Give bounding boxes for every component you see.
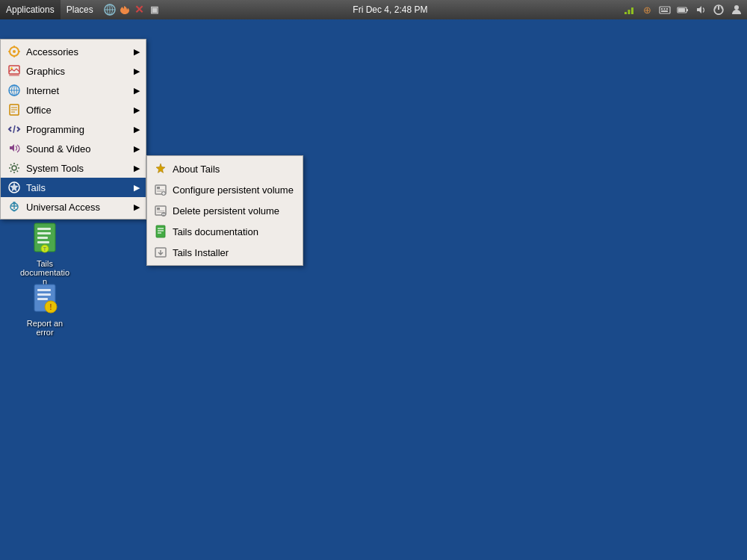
svg-marker-15 — [697, 6, 701, 13]
desktop-icon-report-error[interactable]: ! Report an error — [15, 277, 75, 340]
sound-video-icon — [7, 141, 22, 156]
menu-item-accessories[interactable]: Accessories ▶ — [1, 42, 146, 61]
menu-item-tails[interactable]: Tails ▶ — [1, 178, 146, 197]
tails-label: Tails — [26, 182, 46, 193]
keyboard-icon[interactable] — [657, 2, 672, 17]
svg-rect-10 — [666, 8, 668, 10]
universal-access-label: Universal Access — [26, 202, 100, 213]
applications-button[interactable]: Applications — [0, 0, 61, 19]
svg-rect-67 — [157, 191, 162, 192]
accessories-icon — [7, 44, 22, 59]
svg-rect-5 — [628, 10, 630, 14]
svg-point-44 — [10, 67, 13, 69]
svg-rect-34 — [37, 298, 48, 300]
submenu-tails-installer[interactable]: Tails Installer — [147, 242, 303, 263]
svg-rect-66 — [157, 190, 164, 190]
svg-line-63 — [14, 209, 16, 211]
battery-icon[interactable] — [675, 2, 690, 17]
sound-video-label: Sound & Video — [26, 143, 91, 155]
svg-rect-73 — [157, 211, 164, 211]
programming-label: Programming — [26, 124, 84, 135]
programming-icon — [7, 122, 22, 137]
taskbar: Applications Places ✕ ▣ Fri Dec 4, 2:48 … — [0, 0, 747, 19]
universal-access-icon — [7, 199, 22, 214]
configure-persistent-icon — [153, 182, 168, 197]
graphics-icon — [7, 63, 22, 78]
menu-item-sound-video[interactable]: Sound & Video ▶ — [1, 139, 146, 158]
submenu-tails-documentation[interactable]: Tails documentation — [147, 221, 303, 242]
svg-text:!: ! — [49, 303, 52, 311]
about-tails-icon — [153, 161, 168, 176]
svg-rect-13 — [686, 9, 688, 11]
svg-rect-74 — [157, 212, 162, 213]
graphics-label: Graphics — [26, 66, 65, 77]
svg-marker-55 — [10, 144, 14, 152]
system-tools-label: System Tools — [26, 163, 84, 174]
svg-rect-33 — [37, 293, 51, 296]
taskbar-left: Applications Places ✕ ▣ — [0, 0, 162, 19]
configure-persistent-label: Configure persistent volume — [173, 184, 294, 196]
menu-item-programming[interactable]: Programming ▶ — [1, 119, 146, 139]
svg-rect-8 — [661, 8, 663, 10]
svg-line-54 — [13, 125, 15, 133]
fire-icon[interactable] — [117, 2, 132, 17]
svg-rect-26 — [37, 232, 51, 234]
system-tools-icon — [7, 161, 22, 175]
graphics-arrow: ▶ — [134, 66, 140, 76]
network-icon[interactable] — [622, 2, 636, 17]
submenu-delete-persistent[interactable]: Delete persistent volume — [147, 200, 303, 221]
svg-rect-77 — [156, 225, 165, 237]
internet-arrow: ▶ — [134, 86, 140, 96]
tails-doc-icon — [153, 224, 168, 239]
places-button[interactable]: Places — [61, 0, 99, 19]
svg-rect-4 — [624, 12, 627, 14]
accessories-label: Accessories — [26, 46, 78, 57]
tailsdoc-icon: T — [27, 220, 63, 256]
globe-icon[interactable] — [102, 2, 117, 17]
svg-rect-14 — [678, 8, 685, 12]
svg-rect-9 — [664, 8, 666, 10]
submenu-configure-persistent[interactable]: Configure persistent volume — [147, 179, 303, 200]
delete-persistent-label: Delete persistent volume — [173, 205, 279, 217]
x-icon[interactable]: ✕ — [132, 2, 147, 17]
application-menu: Accessories ▶ Graphics ▶ Internet ▶ Offi… — [0, 39, 146, 220]
svg-point-17 — [734, 5, 739, 10]
tails-installer-label: Tails Installer — [173, 247, 229, 258]
user-icon[interactable] — [729, 2, 744, 17]
menu-item-internet[interactable]: Internet ▶ — [1, 81, 146, 100]
menu-item-universal-access[interactable]: Universal Access ▶ — [1, 197, 146, 217]
tails-menu-icon — [7, 180, 22, 195]
svg-text:T: T — [43, 246, 47, 252]
volume-icon[interactable] — [693, 2, 708, 17]
desktop: Trash T Tails documentation — [0, 19, 747, 560]
office-icon — [7, 102, 22, 117]
svg-rect-27 — [37, 237, 48, 239]
internet-label: Internet — [26, 85, 59, 96]
terminal-icon[interactable]: ▣ — [147, 2, 162, 17]
menu-item-graphics[interactable]: Graphics ▶ — [1, 61, 146, 81]
svg-rect-45 — [9, 75, 19, 76]
submenu-about-tails[interactable]: About Tails — [147, 158, 303, 179]
tails-icon[interactable]: ⊕ — [639, 2, 654, 17]
menu-item-system-tools[interactable]: System Tools ▶ — [1, 158, 146, 178]
svg-point-38 — [13, 50, 16, 53]
svg-rect-6 — [631, 7, 633, 14]
svg-rect-72 — [157, 208, 160, 210]
tails-installer-icon — [153, 245, 168, 260]
power-icon[interactable] — [711, 2, 726, 17]
svg-point-56 — [12, 166, 16, 170]
system-tray: ⊕ — [619, 0, 747, 19]
sound-video-arrow: ▶ — [134, 144, 140, 154]
svg-rect-7 — [660, 7, 670, 13]
svg-rect-32 — [37, 289, 51, 291]
internet-icon — [7, 83, 22, 98]
tails-submenu: About Tails Configure persistent volume … — [146, 155, 303, 266]
office-arrow: ▶ — [134, 105, 140, 115]
svg-rect-25 — [37, 228, 51, 230]
menu-item-office[interactable]: Office ▶ — [1, 100, 146, 119]
tails-arrow: ▶ — [134, 183, 140, 193]
error-icon: ! — [27, 280, 63, 316]
tails-documentation-label: Tails documentation — [173, 226, 258, 237]
accessories-arrow: ▶ — [134, 47, 140, 57]
svg-rect-28 — [37, 241, 49, 243]
